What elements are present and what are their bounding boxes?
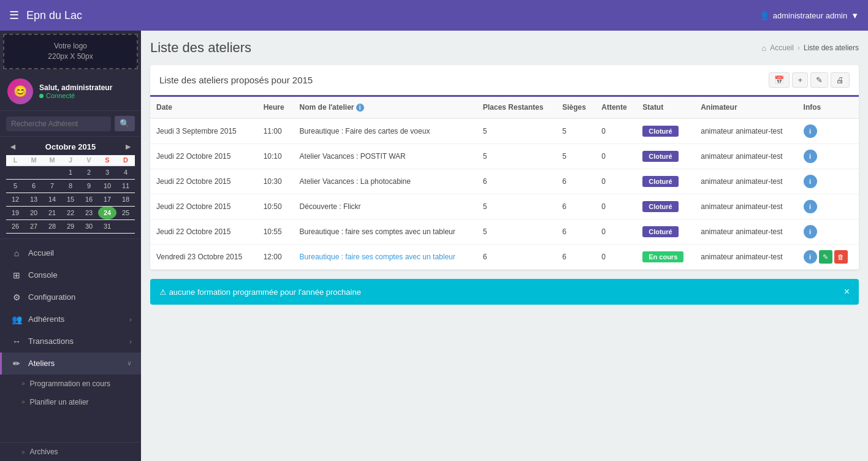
calendar-day[interactable]: 4: [116, 166, 135, 179]
info-button[interactable]: i: [804, 200, 817, 213]
calendar-day[interactable]: 30: [80, 219, 98, 233]
sidebar-item-accueil[interactable]: ⌂ Accueil: [0, 242, 141, 264]
calendar-day[interactable]: 5: [6, 179, 25, 192]
calendar-prev-button[interactable]: ◄: [6, 142, 20, 151]
calendar-day[interactable]: 1: [61, 166, 80, 179]
calendar-day[interactable]: 20: [25, 206, 43, 219]
calendar-next-button[interactable]: ►: [121, 142, 135, 151]
cell-statut: En cours: [636, 245, 695, 270]
calendar-day[interactable]: 17: [98, 192, 116, 206]
calendar-day[interactable]: 23: [80, 206, 98, 219]
calendar-day[interactable]: 22: [61, 206, 80, 219]
calendar-day[interactable]: 27: [25, 219, 43, 233]
cell-attente: 0: [595, 169, 636, 194]
print-button[interactable]: 🖨: [831, 72, 850, 88]
cell-attente: 0: [595, 118, 636, 144]
cell-nom: Atelier Vacances : La photocabine: [294, 169, 477, 194]
info-button[interactable]: i: [804, 124, 817, 138]
cell-places: 5: [477, 219, 557, 245]
hamburger-button[interactable]: ☰: [9, 9, 19, 22]
cell-heure: 10:10: [257, 144, 294, 169]
user-name-label: administrateur admin: [773, 11, 847, 20]
calendar-day[interactable]: 13: [25, 192, 43, 206]
alert-text: ⚠ aucune formation programmée pour l'ann…: [159, 288, 361, 297]
cell-heure: 11:00: [257, 118, 294, 144]
search-button[interactable]: 🔍: [115, 116, 135, 131]
col-nom: Nom de l'atelier i: [294, 97, 477, 118]
breadcrumb-separator: ›: [798, 44, 800, 52]
sidebar-item-label: Adhérents: [28, 314, 123, 324]
chevron-down-icon: ▼: [851, 11, 859, 20]
calendar-day[interactable]: 16: [80, 192, 98, 206]
col-statut: Statut: [636, 97, 695, 118]
cell-heure: 10:55: [257, 219, 294, 245]
info-button[interactable]: i: [804, 225, 817, 238]
alert-banner: ⚠ aucune formation programmée pour l'ann…: [150, 279, 859, 305]
calendar-day[interactable]: 11: [116, 179, 135, 192]
calendar-day[interactable]: 15: [61, 192, 80, 206]
sidebar-subitem-planifier[interactable]: » Planifier un atelier: [0, 393, 141, 411]
calendar-day[interactable]: 25: [116, 206, 135, 219]
edit-button[interactable]: ✎: [810, 72, 828, 88]
sidebar-item-adherents[interactable]: 👥 Adhérents ›: [0, 308, 141, 330]
chevron-right-icon: ›: [129, 316, 132, 323]
calendar-day[interactable]: 19: [6, 206, 25, 219]
info-button[interactable]: i: [804, 150, 817, 163]
cell-attente: 0: [595, 219, 636, 245]
col-heure: Heure: [257, 97, 294, 118]
user-menu[interactable]: 👤 administrateur admin ▼: [760, 11, 859, 20]
calendar-day[interactable]: 3: [98, 166, 116, 179]
cell-animateur: animateur animateur-test: [695, 169, 797, 194]
edit-button[interactable]: ✎: [819, 250, 832, 264]
calendar-day: [43, 166, 61, 179]
add-button[interactable]: +: [792, 72, 808, 88]
avatar: 😊: [7, 78, 33, 104]
calendar-day[interactable]: 26: [6, 219, 25, 233]
sidebar-item-configuration[interactable]: ⚙ Configuration: [0, 286, 141, 308]
sidebar-item-console[interactable]: ⊞ Console: [0, 264, 141, 286]
calendar-day[interactable]: 21: [43, 206, 61, 219]
calendar-day[interactable]: 24: [98, 206, 116, 219]
calendar-day[interactable]: 12: [6, 192, 25, 206]
card-header: Liste des ateliers proposés pour 2015 📅 …: [150, 65, 859, 97]
calendar-grid: LMMJVSD 12345678910111213141516171819202…: [6, 155, 135, 234]
cell-places: 6: [477, 245, 557, 270]
ateliers-icon: ✏: [11, 359, 22, 368]
sidebar-item-transactions[interactable]: ↔ Transactions ›: [0, 330, 141, 352]
calendar-day[interactable]: 9: [80, 179, 98, 192]
calendar-day[interactable]: 31: [98, 219, 116, 233]
logo-text: Votre logo 220px X 50px: [48, 41, 93, 62]
sidebar: Votre logo 220px X 50px 😊 Salut, adminis…: [0, 31, 141, 461]
delete-button[interactable]: 🗑: [834, 250, 848, 264]
double-arrow-icon: »: [21, 380, 25, 387]
sidebar-item-ateliers[interactable]: ✏ Ateliers ∨: [0, 352, 141, 375]
breadcrumb-home[interactable]: Accueil: [770, 44, 794, 52]
sidebar-subitem-programmation[interactable]: » Programmation en cours: [0, 375, 141, 393]
calendar-day[interactable]: 28: [43, 219, 61, 233]
calendar-day[interactable]: 18: [116, 192, 135, 206]
calendar: ◄ Octobre 2015 ► LMMJVSD 123456789101112…: [0, 137, 141, 239]
cell-nom[interactable]: Bureautique : faire ses comptes avec un …: [294, 245, 477, 270]
calendar-day[interactable]: 7: [43, 179, 61, 192]
calendar-day[interactable]: 10: [98, 179, 116, 192]
console-icon: ⊞: [11, 270, 22, 280]
status-label: Connecté: [46, 92, 75, 99]
table-body: Jeudi 3 Septembre 201511:00Bureautique :…: [150, 118, 859, 270]
status-badge: Cloturé: [642, 176, 679, 187]
calendar-day[interactable]: 6: [25, 179, 43, 192]
transactions-icon: ↔: [11, 337, 22, 346]
calendar-view-button[interactable]: 📅: [769, 72, 790, 88]
search-input[interactable]: [6, 116, 111, 131]
cell-infos: i: [798, 169, 859, 194]
info-button[interactable]: i: [804, 250, 817, 264]
cell-places: 5: [477, 118, 557, 144]
calendar-day[interactable]: 8: [61, 179, 80, 192]
sidebar-subitem-archives[interactable]: » Archives: [0, 443, 141, 461]
alert-close-button[interactable]: ×: [844, 286, 850, 297]
calendar-day[interactable]: 2: [80, 166, 98, 179]
info-button[interactable]: i: [804, 175, 817, 188]
user-info: Salut, administrateur Connecté: [39, 83, 112, 99]
calendar-day[interactable]: 14: [43, 192, 61, 206]
status-badge: Cloturé: [642, 226, 679, 237]
calendar-day[interactable]: 29: [61, 219, 80, 233]
